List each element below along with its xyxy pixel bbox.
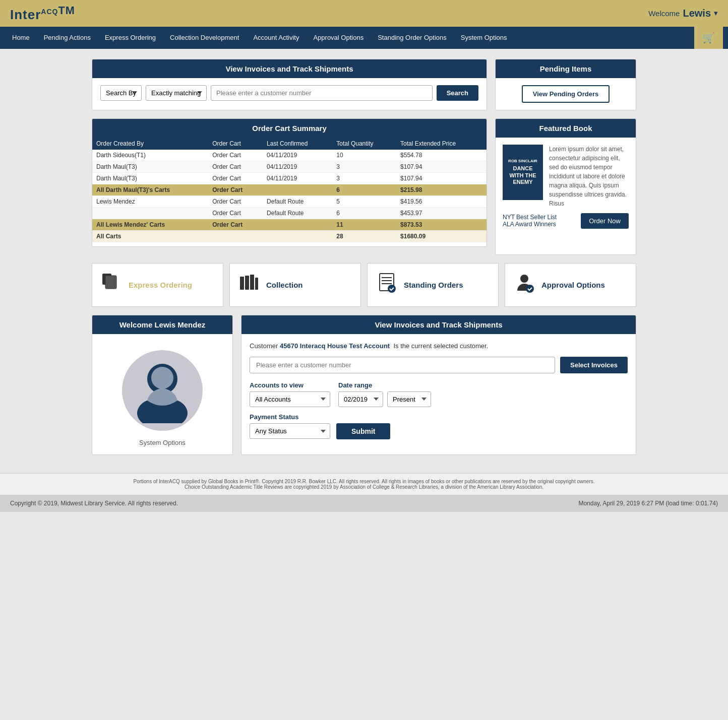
book-description: Lorem ipsum dolor sit amet, consectetur … <box>549 145 629 208</box>
welcome-prefix: Welcome <box>648 9 680 18</box>
accounts-select[interactable]: All Accounts <box>250 391 330 407</box>
nav-express-ordering[interactable]: Express Ordering <box>98 27 163 48</box>
express-ordering-icon <box>100 272 123 298</box>
nav-collection-development[interactable]: Collection Development <box>163 27 246 48</box>
welcome-panel-title: Welcome Lewis Mendez <box>92 315 232 334</box>
approval-options-tile[interactable]: Approval Options <box>505 263 636 307</box>
submit-button[interactable]: Submit <box>336 423 390 439</box>
pending-panel: Pending Items View Pending Orders <box>495 59 636 110</box>
nav-system-options[interactable]: System Options <box>454 27 514 48</box>
customer-suffix: Is the current selected customer. <box>393 342 488 350</box>
featured-book-top: ROB SINCLAIR DANCE WITH THE ENEMY Lorem … <box>503 145 629 208</box>
order-now-button[interactable]: Order Now <box>581 213 629 229</box>
nyt-link[interactable]: NYT Best Seller List <box>503 214 557 221</box>
invoice-track-title: View Invoices and Track Shipments <box>241 315 636 334</box>
nav-account-activity[interactable]: Account Activity <box>246 27 306 48</box>
footer-bottom: Copyright © 2019, Midwest Library Servic… <box>0 495 728 512</box>
express-ordering-tile[interactable]: Express Ordering <box>92 263 223 307</box>
cell-cart: Order Cart <box>208 195 263 207</box>
welcome-panel: Welcome Lewis Mendez System Options <box>92 315 233 455</box>
logo-tm: TM <box>58 4 75 17</box>
pending-body: View Pending Orders <box>496 78 636 110</box>
nav-pending-actions[interactable]: Pending Actions <box>37 27 98 48</box>
footer-left: Copyright © 2019, Midwest Library Servic… <box>10 500 178 507</box>
col-confirmed: Last Confirmed <box>263 138 332 150</box>
subtotal-label: All Darth Maul(T3)'s Carts <box>92 184 208 195</box>
payment-status-select[interactable]: Any Status <box>250 423 330 439</box>
approval-options-icon <box>513 272 535 298</box>
cell-confirmed: 04/11/2019 <box>263 161 332 172</box>
cell-qty: 3 <box>332 161 396 172</box>
nav-standing-order-options[interactable]: Standing Order Options <box>371 27 454 48</box>
collection-icon <box>238 272 260 298</box>
approval-options-label: Approval Options <box>541 281 605 289</box>
invoice-search-panel: View Invoices and Track Shipments Search… <box>92 59 487 110</box>
table-header-row: Order Created By Order Cart Last Confirm… <box>92 138 487 150</box>
invoice-track-body: Customer 45670 Interacq House Test Accou… <box>241 334 636 453</box>
cart-button[interactable]: 🛒 <box>694 27 723 49</box>
payment-submit-row: Payment Status Any Status Submit <box>250 413 628 439</box>
select-invoices-row: Select Invoices <box>250 357 628 373</box>
middle-section: Order Cart Summary Order Created By Orde… <box>92 118 636 255</box>
search-by-select[interactable]: Search By <box>100 85 142 101</box>
user-avatar <box>122 350 203 431</box>
table-row: Lewis Mendez Order Cart Default Route 5 … <box>92 195 487 207</box>
avatar-svg <box>132 358 193 423</box>
select-invoices-button[interactable]: Select Invoices <box>560 357 628 373</box>
customer-number-name: 45670 Interacq House Test Account <box>280 342 392 350</box>
ala-link[interactable]: ALA Award Winners <box>503 221 557 228</box>
book-author: ROB SINCLAIR <box>508 159 537 163</box>
customer-info: Customer 45670 Interacq House Test Accou… <box>250 342 628 350</box>
total-row: All Carts 28 $1680.09 <box>92 230 487 242</box>
view-pending-orders-button[interactable]: View Pending Orders <box>522 85 610 103</box>
date-from-select[interactable]: 02/2019 <box>338 391 383 407</box>
nav-approval-options[interactable]: Approval Options <box>306 27 371 48</box>
order-cart-panel: Order Cart Summary Order Created By Orde… <box>92 118 487 247</box>
subtotal-label: All Lewis Mendez' Carts <box>92 219 208 230</box>
accounts-date-row: Accounts to view All Accounts Date range… <box>250 381 628 407</box>
match-type-select[interactable]: Exactly matching <box>146 85 207 101</box>
featured-book-title: Featured Book <box>496 119 636 138</box>
svg-point-15 <box>151 367 173 389</box>
payment-status-group: Payment Status Any Status Submit <box>250 413 390 439</box>
cell-qty: 6 <box>332 207 396 219</box>
svg-point-12 <box>526 285 534 293</box>
table-row: Darth Maul(T3) Order Cart 04/11/2019 3 $… <box>92 172 487 184</box>
subtotal-empty <box>263 219 332 230</box>
accounts-group: Accounts to view All Accounts <box>250 381 330 407</box>
cell-confirmed: 04/11/2019 <box>263 172 332 184</box>
cell-cart: Order Cart <box>208 172 263 184</box>
standing-orders-tile[interactable]: Standing Orders <box>367 263 499 307</box>
user-chevron[interactable]: ▾ <box>714 9 718 18</box>
cell-created-by <box>92 207 208 219</box>
featured-book-links: NYT Best Seller List ALA Award Winners O… <box>503 213 629 229</box>
accounts-label: Accounts to view <box>250 381 330 389</box>
col-price: Total Extended Price <box>396 138 487 150</box>
date-to-select[interactable]: Present <box>387 391 431 407</box>
featured-book-panel: Featured Book ROB SINCLAIR DANCE WITH TH… <box>495 118 636 255</box>
subtotal-cart: Order Cart <box>208 184 263 195</box>
book-cover: ROB SINCLAIR DANCE WITH THE ENEMY <box>503 145 543 200</box>
invoice-track-panel: View Invoices and Track Shipments Custom… <box>241 315 636 455</box>
date-row: 02/2019 Present <box>338 391 431 407</box>
total-label: All Carts <box>92 230 208 242</box>
customer-number-input[interactable] <box>211 85 433 101</box>
pending-title: Pending Items <box>496 59 636 78</box>
nav-home[interactable]: Home <box>5 27 37 48</box>
customer-prefix: Customer <box>250 342 278 350</box>
table-row: Order Cart Default Route 6 $453.97 <box>92 207 487 219</box>
collection-tile[interactable]: Collection <box>229 263 361 307</box>
bottom-section: Welcome Lewis Mendez System Options View… <box>92 315 636 455</box>
main-content: View Invoices and Track Shipments Search… <box>87 49 641 473</box>
cell-cart: Order Cart <box>208 161 263 172</box>
total-price: $1680.09 <box>396 230 487 242</box>
invoice-search-body: Search By Exactly matching Search <box>92 78 487 108</box>
customer-number-track-input[interactable] <box>250 357 555 373</box>
cell-price: $419.56 <box>396 195 487 207</box>
cell-qty: 3 <box>332 172 396 184</box>
search-row: Search By Exactly matching Search <box>100 85 478 101</box>
top-section: View Invoices and Track Shipments Search… <box>92 59 636 110</box>
invoice-search-title: View Invoices and Track Shipments <box>92 59 487 78</box>
search-button[interactable]: Search <box>437 85 478 101</box>
standing-orders-icon <box>376 272 398 298</box>
